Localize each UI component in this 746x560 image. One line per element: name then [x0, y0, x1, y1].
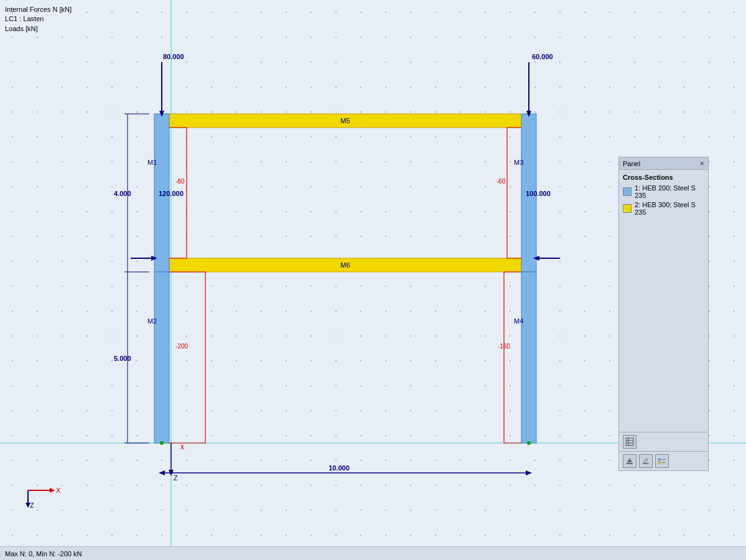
svg-rect-9 [521, 272, 536, 443]
cs-label-1: 1: HEB 200; Steel S 235 [635, 184, 704, 199]
panel-title: Panel [623, 160, 640, 167]
svg-text:M1: M1 [147, 159, 157, 166]
info-line1: Internal Forces N [kN] [5, 5, 72, 14]
panel-icon-btn-2[interactable] [639, 454, 653, 468]
svg-text:M6: M6 [340, 261, 350, 269]
svg-text:Z: Z [30, 502, 34, 509]
svg-text:120.000: 120.000 [159, 190, 184, 197]
info-line3: Loads [kN] [5, 24, 72, 34]
svg-text:80.000: 80.000 [163, 53, 184, 60]
info-line2: LC1 : Lasten [5, 14, 72, 24]
cs-label-2: 2: HEB 300; Steel S 235 [635, 201, 704, 216]
cross-sections-title: Cross-Sections [623, 174, 704, 181]
status-bar: Max N: 0, Min N: -200 kN [0, 546, 746, 560]
cross-section-item-2: 2: HEB 300; Steel S 235 [623, 201, 704, 216]
svg-rect-57 [627, 463, 633, 464]
svg-text:100.000: 100.000 [526, 190, 551, 197]
panel-close-button[interactable]: × [699, 159, 704, 167]
svg-text:x: x [180, 442, 184, 451]
cs-color-box-1 [623, 187, 632, 196]
panel-titlebar: Panel × [619, 157, 708, 170]
svg-text:5.000: 5.000 [114, 355, 131, 362]
svg-marker-60 [643, 459, 648, 464]
cs-color-box-2 [623, 204, 632, 213]
svg-text:M5: M5 [340, 117, 350, 124]
svg-marker-58 [627, 458, 632, 462]
svg-text:-160: -160 [498, 343, 510, 350]
svg-text:4.000: 4.000 [114, 190, 131, 197]
svg-marker-39 [526, 470, 532, 475]
svg-point-46 [527, 441, 531, 445]
info-text-block: Internal Forces N [kN] LC1 : Lasten Load… [5, 5, 72, 34]
svg-marker-38 [159, 470, 165, 475]
panel-table-row [619, 432, 708, 451]
svg-rect-7 [154, 272, 169, 443]
status-text: Max N: 0, Min N: -200 kN [5, 550, 82, 558]
panel-spacer [619, 220, 708, 432]
svg-text:60.000: 60.000 [532, 53, 553, 60]
svg-text:X: X [56, 487, 61, 494]
svg-text:10.000: 10.000 [329, 464, 350, 472]
svg-text:-60: -60 [497, 178, 506, 185]
panel-bottom-icons [619, 451, 708, 470]
svg-rect-53 [626, 438, 633, 446]
panel-icon-btn-3[interactable] [655, 454, 669, 468]
svg-text:M2: M2 [147, 317, 157, 325]
svg-rect-62 [658, 462, 661, 464]
svg-rect-61 [658, 459, 661, 460]
svg-text:-200: -200 [175, 343, 188, 350]
coordinate-axis: X Z [19, 472, 62, 510]
svg-text:M4: M4 [514, 317, 523, 325]
svg-text:M3: M3 [514, 159, 523, 166]
panel-content: Cross-Sections 1: HEB 200; Steel S 235 2… [619, 170, 708, 220]
svg-text:Z: Z [174, 474, 178, 482]
svg-text:-80: -80 [175, 178, 185, 185]
svg-point-41 [160, 441, 164, 445]
svg-marker-48 [50, 488, 55, 493]
panel-icon-btn-1[interactable] [623, 454, 636, 468]
panel: Panel × Cross-Sections 1: HEB 200; Steel… [618, 157, 709, 471]
cross-section-item-1: 1: HEB 200; Steel S 235 [623, 184, 704, 199]
panel-table-button[interactable] [623, 435, 636, 449]
